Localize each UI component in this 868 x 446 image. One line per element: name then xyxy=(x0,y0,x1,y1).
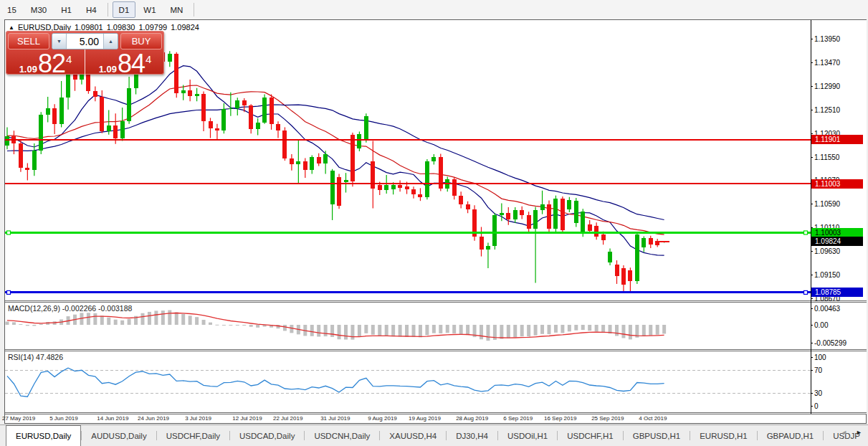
sell-price-big: 82 xyxy=(38,51,65,77)
volume-input[interactable] xyxy=(67,34,103,49)
price-tick-label: 1.13470 xyxy=(814,59,840,67)
axis-tick-mark xyxy=(811,39,813,39)
date-tick-label: 27 May 2019 xyxy=(2,415,35,422)
axis-tick-mark xyxy=(811,298,813,299)
macd-tick-label: 0.00463 xyxy=(814,305,840,313)
chart-tab-USDCHF,Daily[interactable]: USDCHF,Daily xyxy=(157,425,229,446)
date-tick-label: 6 Sep 2019 xyxy=(503,415,533,422)
axis-tick-mark xyxy=(811,133,813,134)
axis-tick-mark xyxy=(811,157,813,158)
level-price-tag: 1.11901 xyxy=(811,135,863,144)
rsi-indicator-label: RSI(14) 47.4826 xyxy=(8,353,63,361)
date-tick-label: 14 Jun 2019 xyxy=(97,415,128,422)
axis-tick-mark xyxy=(811,62,813,63)
price-tick-label: 1.11550 xyxy=(814,153,839,161)
chart-tab-USDCAD,Daily[interactable]: USDCAD,Daily xyxy=(230,425,304,446)
tab-scroll-arrows: ◄ ► xyxy=(841,429,862,436)
macd-tick-label: 0.00 xyxy=(814,321,828,329)
current-price-tag: 1.09824 xyxy=(811,237,863,246)
date-tick-label: 5 Jun 2019 xyxy=(49,415,78,422)
axis-tick-mark xyxy=(811,370,813,371)
price-tick-label: 1.09630 xyxy=(814,247,840,255)
volume-decrease-button[interactable]: ▼ xyxy=(52,34,67,49)
chart-tab-EURUSD,Daily[interactable]: EURUSD,Daily xyxy=(6,425,81,446)
rsi-tick-label: 0 xyxy=(814,402,819,410)
sell-button[interactable]: SELL xyxy=(8,33,49,49)
symbol-dropdown-icon[interactable]: ▲ xyxy=(9,24,14,31)
chart-tab-EURUSD,H1[interactable]: EURUSD,H1 xyxy=(690,425,756,446)
tab-scroll-right-icon[interactable]: ► xyxy=(856,429,862,436)
price-tick-label: 1.12990 xyxy=(814,82,840,90)
level-price-tag: 1.10003 xyxy=(811,228,863,237)
date-tick-label: 19 Aug 2019 xyxy=(409,415,441,422)
rsi-tick-label: 100 xyxy=(814,354,826,361)
date-tick-label: 31 Jul 2019 xyxy=(320,415,350,422)
axis-tick-mark xyxy=(811,325,813,326)
chart-tab-GBPAUD,H1[interactable]: GBPAUD,H1 xyxy=(758,425,824,446)
price-tick-label: 1.10590 xyxy=(814,200,840,208)
chart-tab-USDOil,H1[interactable]: USDOil,H1 xyxy=(498,425,557,446)
axis-tick-mark xyxy=(811,86,813,87)
date-tick-label: 16 Sep 2019 xyxy=(544,415,576,422)
axis-tick-mark xyxy=(811,251,813,252)
buy-button[interactable]: BUY xyxy=(120,33,162,49)
axis-tick-mark xyxy=(811,204,813,204)
chart-tab-DJ30,H4[interactable]: DJ30,H4 xyxy=(447,425,497,446)
axis-tick-mark xyxy=(811,343,813,343)
volume-increase-button[interactable]: ▲ xyxy=(103,34,118,49)
axis-tick-mark xyxy=(811,275,813,275)
price-tick-label: 1.09150 xyxy=(814,271,840,279)
chart-tab-bar: EURUSD,DailyAUDUSD,DailyUSDCHF,DailyUSDC… xyxy=(0,424,868,446)
date-tick-label: 24 Jun 2019 xyxy=(138,415,169,422)
date-tick-label: 28 Aug 2019 xyxy=(456,415,488,422)
tab-scroll-left-icon[interactable]: ◄ xyxy=(841,429,847,436)
sell-price-display[interactable]: 1.09 82 4 xyxy=(6,49,85,75)
one-click-trade-panel: SELL ▼ ▲ BUY 1.09 82 4 1.09 84 4 xyxy=(6,31,164,75)
macd-indicator-label: MACD(12,26,9) -0.002266 -0.003188 xyxy=(8,304,132,313)
buy-price-display[interactable]: 1.09 84 4 xyxy=(85,49,164,75)
sell-price-prefix: 1.09 xyxy=(19,64,37,75)
chart-tab-AUDUSD,Daily[interactable]: AUDUSD,Daily xyxy=(82,425,156,446)
level-price-tag: 1.08785 xyxy=(811,288,863,297)
chart-tab-USDCHF,H1[interactable]: USDCHF,H1 xyxy=(558,425,623,446)
date-tick-label: 12 Jul 2019 xyxy=(232,415,262,422)
buy-price-big: 84 xyxy=(118,51,145,77)
axis-tick-mark xyxy=(811,406,813,407)
ohlc-close: 1.09824 xyxy=(171,23,199,32)
axis-tick-mark xyxy=(811,357,813,358)
level-price-tag: 1.11003 xyxy=(811,179,863,189)
date-tick-label: 25 Sep 2019 xyxy=(591,415,624,422)
mt4-terminal: { "toolbar":{ "timeframes":[ {"label":"1… xyxy=(0,0,868,446)
axis-tick-mark xyxy=(811,308,813,309)
axis-tick-mark xyxy=(811,393,813,394)
volume-stepper: ▼ ▲ xyxy=(52,33,118,49)
date-tick-label: 9 Aug 2019 xyxy=(368,415,396,422)
date-tick-label: 3 Jul 2019 xyxy=(185,415,211,422)
price-tick-label: 1.12510 xyxy=(814,106,840,114)
buy-price-sup: 4 xyxy=(146,53,151,65)
axis-tick-mark xyxy=(811,110,813,110)
chart-tab-XAUUSD,H4[interactable]: XAUUSD,H4 xyxy=(380,425,446,446)
sell-price-sup: 4 xyxy=(66,53,72,65)
chart-tab-USDCNH,Daily[interactable]: USDCNH,Daily xyxy=(305,425,379,446)
macd-tick-label: -0.005299 xyxy=(814,339,846,347)
rsi-tick-label: 70 xyxy=(814,366,822,374)
rsi-tick-label: 30 xyxy=(814,389,822,397)
date-tick-label: 4 Oct 2019 xyxy=(639,415,667,422)
buy-price-prefix: 1.09 xyxy=(99,64,117,75)
price-tick-label: 1.13950 xyxy=(814,35,840,43)
date-tick-label: 22 Jul 2019 xyxy=(273,415,302,422)
chart-tab-GBPUSD,H1[interactable]: GBPUSD,H1 xyxy=(624,425,690,446)
